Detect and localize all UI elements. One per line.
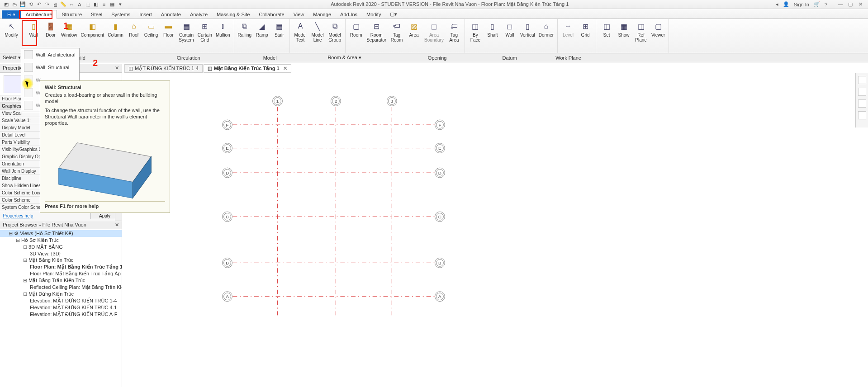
tag-room-button[interactable]: 🏷Tag Room: [388, 20, 405, 43]
model-group-button[interactable]: ⧉Model Group: [326, 20, 343, 43]
tree-leaf-active[interactable]: Floor Plan: Mặt Bằng Kiến Trúc Tầng 1: [0, 264, 122, 270]
section-icon[interactable]: ◧: [92, 1, 100, 8]
area-button[interactable]: ▨Area: [405, 20, 422, 43]
tab-structure[interactable]: Structure: [57, 10, 86, 19]
nav-home-icon[interactable]: [858, 76, 866, 84]
room-separator-button[interactable]: ⊟Room Separator: [365, 20, 388, 43]
tree-node[interactable]: ⊟ Mặt Đứng Kiến Trúc: [0, 291, 122, 297]
print-icon[interactable]: 🖨: [52, 1, 59, 8]
nav-wheel-icon[interactable]: [858, 99, 866, 108]
properties-help-link[interactable]: Properties help: [3, 213, 33, 218]
close-tab-icon[interactable]: ✕: [283, 66, 287, 71]
thin-lines-icon[interactable]: ≡: [100, 1, 108, 8]
select-panel-label[interactable]: Select ▾: [0, 55, 24, 61]
grid-button[interactable]: ⊞Grid: [577, 20, 594, 38]
window-button[interactable]: ▦Window: [59, 20, 79, 43]
column-button[interactable]: ▮Column: [106, 20, 125, 43]
callout-1: 1: [63, 21, 68, 31]
tree-node[interactable]: ⊟ Mặt Bằng Trần Kiến Trúc: [0, 277, 122, 284]
roof-button[interactable]: ⌂Roof: [125, 20, 142, 43]
doc-tab-floorplan[interactable]: ◫Mặt Bằng Kiến Trúc Tầng 1✕: [204, 64, 291, 73]
open-icon[interactable]: 🗁: [11, 1, 18, 8]
user-icon[interactable]: 👤: [783, 1, 789, 7]
tab-annotate[interactable]: Annotate: [157, 10, 185, 19]
ramp-button[interactable]: ◢Ramp: [253, 20, 270, 38]
cart-icon[interactable]: 🛒: [814, 1, 820, 7]
maximize-button[interactable]: ▢: [846, 1, 854, 7]
tab-steel[interactable]: Steel: [86, 10, 107, 19]
viewer-button[interactable]: ▢Viewer: [650, 20, 667, 43]
redo-icon[interactable]: ↷: [43, 1, 51, 8]
help-icon[interactable]: ?: [825, 2, 827, 7]
measure-icon[interactable]: 📏: [60, 1, 67, 8]
model-line-button[interactable]: ╲Model Line: [309, 20, 326, 43]
tree-leaf[interactable]: Elevation: MẶT ĐỨNG KIẾN TRÚC A-F: [0, 311, 122, 318]
tree-leaf[interactable]: Elevation: MẶT ĐỨNG KIẾN TRÚC 4-1: [0, 304, 122, 311]
tree-node[interactable]: ⊟ 3D MẶT BẰNG: [0, 244, 122, 250]
tree-root[interactable]: ⊟ ⚙ Views (Hồ Sơ Thiết Kế): [0, 230, 122, 237]
nav-cube-icon[interactable]: [858, 88, 866, 96]
tab-contextual-icon[interactable]: ▢▾: [385, 10, 402, 19]
ref-plane-button[interactable]: ◫Ref Plane: [632, 20, 650, 43]
save-icon[interactable]: 💾: [19, 1, 26, 8]
browser-close-icon[interactable]: ✕: [115, 222, 119, 228]
wall-opening-button[interactable]: ◻Wall: [501, 20, 518, 43]
tab-massing[interactable]: Massing & Site: [212, 10, 254, 19]
floor-button[interactable]: ▬Floor: [160, 20, 177, 43]
tab-manage[interactable]: Manage: [308, 10, 336, 19]
tree-leaf[interactable]: Reflected Ceiling Plan: Mặt Bằng Trần Ki…: [0, 284, 122, 291]
level-icon: ↔: [563, 21, 574, 32]
wall-structural-item[interactable]: Wall: Structural: [21, 61, 79, 74]
door-button[interactable]: 🚪Door: [42, 20, 59, 43]
modify-button[interactable]: ↖Modify: [2, 20, 21, 38]
room-area-panel-label[interactable]: Room & Area ▾: [299, 55, 390, 61]
railing-button[interactable]: ⧉Railing: [236, 20, 254, 38]
wall-architectural-item[interactable]: Wall: Architectural: [21, 48, 79, 61]
vertical-opening-button[interactable]: ▯Vertical: [518, 20, 537, 43]
tree-leaf[interactable]: 3D View: {3D}: [0, 250, 122, 257]
text-icon[interactable]: A: [76, 1, 83, 8]
tag-area-button[interactable]: 🏷Tag Area: [446, 20, 463, 43]
doc-tab-elevation[interactable]: ◫MẶT ĐỨNG KIẾN TRÚC 1-4: [124, 64, 203, 73]
switch-windows-icon[interactable]: ▾: [117, 1, 124, 8]
tab-modify[interactable]: Modify: [362, 10, 385, 19]
tab-file[interactable]: File: [2, 10, 21, 19]
properties-close-icon[interactable]: ✕: [115, 65, 119, 71]
tree-leaf[interactable]: Elevation: MẶT ĐỨNG KIẾN TRÚC 1-4: [0, 297, 122, 304]
tree-node[interactable]: ⊟ Mặt Bằng Kiến Trúc: [0, 257, 122, 264]
minimize-button[interactable]: —: [836, 1, 844, 7]
infocenter-left-icon[interactable]: ◂: [776, 1, 778, 7]
by-face-button[interactable]: ◫By Face: [467, 20, 484, 43]
tab-collaborate[interactable]: Collaborate: [254, 10, 289, 19]
curtain-system-button[interactable]: ▦Curtain System: [177, 20, 195, 43]
undo-icon[interactable]: ↶: [35, 1, 43, 8]
tree-node[interactable]: ⊟ Hồ Sơ Kiến Trúc: [0, 237, 122, 244]
close-windows-icon[interactable]: ▦: [109, 1, 116, 8]
show-button[interactable]: ▦Show: [615, 20, 632, 43]
stair-button[interactable]: ▤Stair: [270, 20, 288, 38]
tree-leaf[interactable]: Floor Plan: Mặt Bằng Kiến Trúc Tầng Áp M…: [0, 270, 122, 277]
set-button[interactable]: ◫Set: [598, 20, 615, 43]
close-button[interactable]: ✕: [856, 1, 864, 7]
3d-icon[interactable]: ⬚: [84, 1, 91, 8]
wall-button[interactable]: ▯Wall: [25, 20, 42, 43]
room-button[interactable]: ▢Room: [347, 20, 365, 43]
tab-analyze[interactable]: Analyze: [185, 10, 212, 19]
shaft-button[interactable]: ▯Shaft: [484, 20, 501, 43]
component-button[interactable]: ◧Component: [79, 20, 106, 43]
dormer-button[interactable]: ⌂Dormer: [537, 20, 555, 43]
curtain-grid-button[interactable]: ⊞Curtain Grid: [196, 20, 214, 43]
tab-view[interactable]: View: [289, 10, 309, 19]
drawing-canvas[interactable]: 123FFEEDDCCBBAA: [122, 73, 854, 387]
nav-zoom-icon[interactable]: [858, 111, 866, 119]
tab-insert[interactable]: Insert: [135, 10, 157, 19]
mullion-button[interactable]: ⫿Mullion: [214, 20, 232, 43]
tab-addins[interactable]: Add-Ins: [336, 10, 362, 19]
sync-icon[interactable]: ⟲: [27, 1, 34, 8]
ceiling-button[interactable]: ▭Ceiling: [142, 20, 160, 43]
sign-in-label[interactable]: Sign In: [794, 2, 809, 7]
tab-architecture[interactable]: Architecture: [21, 10, 57, 19]
dimension-icon[interactable]: ↔: [68, 1, 75, 8]
model-text-button[interactable]: AModel Text: [292, 20, 309, 43]
tab-systems[interactable]: Systems: [107, 10, 135, 19]
